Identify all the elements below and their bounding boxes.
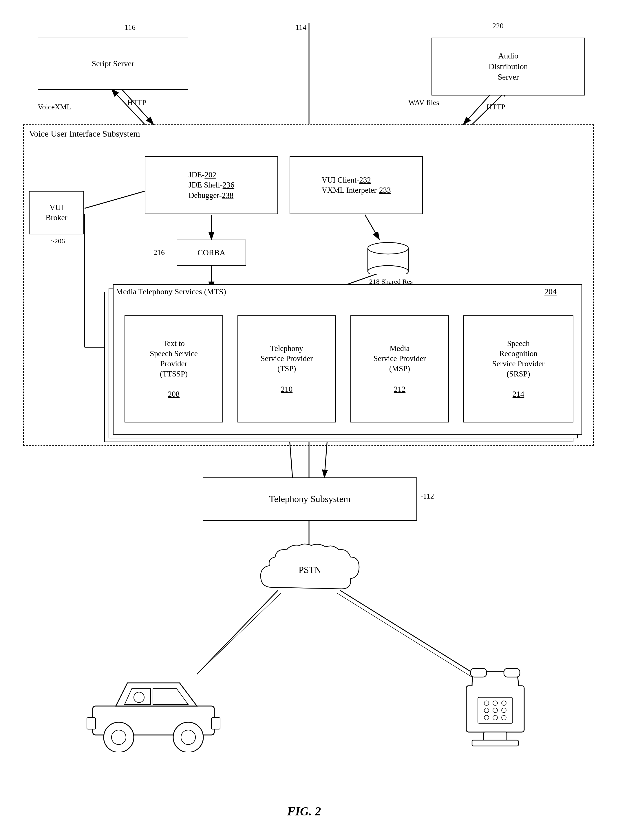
vui-broker-box: VUIBroker [29, 191, 84, 234]
ref-206: ~206 [51, 237, 65, 245]
audio-dist-server-label: AudioDistributionServer [489, 50, 527, 82]
corba-box: CORBA [177, 240, 246, 266]
svg-rect-37 [504, 668, 520, 677]
svg-point-24 [368, 266, 409, 274]
svg-point-47 [502, 715, 506, 720]
ref-116: 116 [125, 23, 135, 32]
ref-112: -112 [420, 492, 434, 501]
telephony-subsystem-box: Telephony Subsystem [203, 477, 417, 521]
shared-res-container [365, 240, 411, 274]
ref-114: 114 [296, 23, 306, 32]
svg-point-39 [484, 701, 489, 705]
telephony-subsystem-label: Telephony Subsystem [269, 493, 351, 505]
http2-label: HTTP [487, 103, 505, 111]
svg-point-42 [484, 708, 489, 713]
http1-label: HTTP [128, 98, 146, 107]
ref-220: 220 [492, 22, 504, 30]
vui-client-box: VUI Client-232 VXML Interpeter-233 [290, 156, 423, 214]
jde-box: JDE-202 JDE Shell-236 Debugger-238 [145, 156, 278, 214]
script-server-label: Script Server [92, 58, 134, 69]
svg-point-41 [502, 701, 506, 705]
mts-label: Media Telephony Services (MTS) [116, 287, 226, 296]
phone-icon [455, 663, 536, 752]
svg-rect-33 [87, 718, 95, 729]
svg-line-19 [203, 593, 281, 668]
svg-point-44 [502, 708, 506, 713]
svg-rect-49 [472, 740, 518, 746]
svg-rect-34 [211, 718, 220, 729]
svg-point-43 [493, 708, 498, 713]
svg-line-20 [340, 590, 475, 674]
voicexml-label: VoiceXML [38, 103, 71, 111]
vui-subsystem-label: Voice User Interface Subsystem [29, 129, 140, 139]
svg-point-45 [484, 715, 489, 720]
svg-text:PSTN: PSTN [299, 564, 321, 575]
wav-files-label: WAV files [409, 98, 439, 107]
svg-point-46 [493, 715, 498, 720]
svg-point-23 [368, 243, 409, 254]
msp-box: MediaService Provider(MSP)212 [351, 316, 449, 422]
svg-rect-48 [484, 732, 507, 741]
car-icon [81, 660, 226, 752]
svg-point-28 [111, 730, 126, 745]
svg-line-21 [337, 593, 472, 677]
svg-rect-36 [471, 668, 487, 677]
svg-point-31 [134, 692, 144, 702]
srsp-box: SpeechRecognitionService Provider(SRSP)2… [464, 316, 573, 422]
ref-216: 216 [153, 248, 165, 257]
svg-point-30 [181, 730, 196, 745]
fig-label: FIG. 2 [232, 804, 376, 818]
audio-dist-server-box: AudioDistributionServer [431, 38, 585, 95]
tsp-box: TelephonyService Provider(TSP)210 [238, 316, 336, 422]
script-server-box: Script Server [38, 38, 188, 90]
svg-point-40 [493, 701, 498, 705]
ref-204: 204 [544, 287, 557, 296]
ttssp-box: Text toSpeech ServiceProvider(TTSSP)208 [125, 316, 223, 422]
pstn-cloud: PSTN [255, 541, 365, 599]
